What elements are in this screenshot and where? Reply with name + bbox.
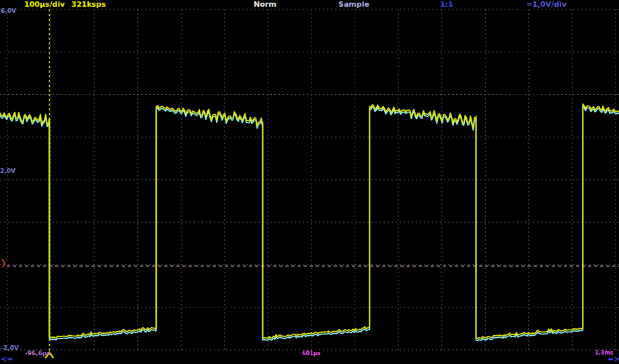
trigger-slope-icon bbox=[2, 259, 5, 267]
ch1-trace bbox=[0, 104, 619, 339]
probe-ratio-readout: 1:1 bbox=[440, 1, 453, 8]
ch2-trace bbox=[0, 106, 619, 341]
y-axis-label-bottom: -2,0V bbox=[1, 345, 19, 351]
y-axis-label-middle: 2,0V bbox=[0, 168, 15, 174]
scroll-right-button[interactable]: => bbox=[608, 355, 619, 363]
acquisition-mode-readout: Sample bbox=[338, 1, 369, 8]
oscilloscope-screen: 100µs/div 321ksps Norm Sample 1:1 =1,0V/… bbox=[0, 0, 619, 364]
timebase-readout: 100µs/div bbox=[24, 1, 65, 8]
scroll-left-button[interactable]: <= bbox=[1, 355, 13, 363]
volts-per-div-readout: =1,0V/div bbox=[526, 1, 567, 8]
x-axis-label-left: -96,6µs bbox=[25, 351, 50, 357]
waveform-display bbox=[0, 0, 619, 364]
trigger-mode-readout: Norm bbox=[254, 1, 277, 8]
y-axis-label-top: 6,0V bbox=[1, 8, 16, 14]
x-axis-label-center: 601µs bbox=[302, 351, 320, 357]
sample-rate-readout: 321ksps bbox=[71, 1, 106, 8]
